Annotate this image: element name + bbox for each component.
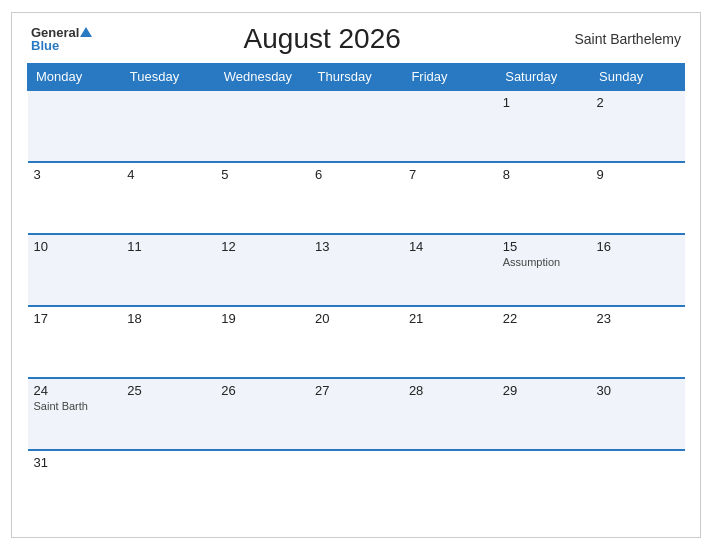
calendar-cell: 27 [309,378,403,450]
calendar-cell: 19 [215,306,309,378]
calendar-cell: 7 [403,162,497,234]
calendar-row: 3456789 [28,162,685,234]
day-number: 7 [409,167,491,182]
day-number: 23 [597,311,679,326]
calendar-cell: 8 [497,162,591,234]
calendar-cell: 12 [215,234,309,306]
calendar-cell [309,90,403,162]
calendar-cell [497,450,591,522]
day-number: 10 [34,239,116,254]
day-number: 31 [34,455,116,470]
day-number: 29 [503,383,585,398]
weekday-header: Friday [403,64,497,91]
day-number: 3 [34,167,116,182]
calendar-cell: 4 [121,162,215,234]
calendar-cell [215,90,309,162]
calendar-cell: 6 [309,162,403,234]
calendar-grid: MondayTuesdayWednesdayThursdayFridaySatu… [27,63,685,522]
calendar-region: Saint Barthelemy [551,31,681,47]
day-number: 15 [503,239,585,254]
day-number: 28 [409,383,491,398]
day-number: 12 [221,239,303,254]
day-number: 6 [315,167,397,182]
calendar-cell: 10 [28,234,122,306]
calendar-cell: 18 [121,306,215,378]
calendar-header: General Blue August 2026 Saint Barthelem… [27,23,685,55]
calendar-cell: 24Saint Barth [28,378,122,450]
day-number: 16 [597,239,679,254]
calendar-cell: 3 [28,162,122,234]
day-number: 27 [315,383,397,398]
calendar-weekdays: MondayTuesdayWednesdayThursdayFridaySatu… [28,64,685,91]
weekday-header: Tuesday [121,64,215,91]
calendar-cell: 11 [121,234,215,306]
calendar-cell: 29 [497,378,591,450]
day-event: Assumption [503,256,585,268]
calendar-cell: 28 [403,378,497,450]
calendar-row: 101112131415Assumption16 [28,234,685,306]
day-number: 19 [221,311,303,326]
calendar-cell: 30 [591,378,685,450]
weekday-header: Thursday [309,64,403,91]
logo-blue-text: Blue [31,39,93,52]
day-number: 9 [597,167,679,182]
calendar-cell: 9 [591,162,685,234]
calendar-cell: 22 [497,306,591,378]
day-event: Saint Barth [34,400,116,412]
calendar-cell: 2 [591,90,685,162]
day-number: 22 [503,311,585,326]
calendar-body: 123456789101112131415Assumption161718192… [28,90,685,522]
calendar-wrapper: General Blue August 2026 Saint Barthelem… [11,12,701,538]
calendar-cell [403,450,497,522]
day-number: 8 [503,167,585,182]
weekday-header: Saturday [497,64,591,91]
day-number: 25 [127,383,209,398]
calendar-cell: 21 [403,306,497,378]
day-number: 11 [127,239,209,254]
calendar-cell: 1 [497,90,591,162]
weekday-header: Wednesday [215,64,309,91]
day-number: 26 [221,383,303,398]
calendar-cell: 14 [403,234,497,306]
day-number: 24 [34,383,116,398]
day-number: 4 [127,167,209,182]
calendar-title: August 2026 [93,23,551,55]
logo-triangle-icon [80,27,92,37]
day-number: 20 [315,311,397,326]
calendar-row: 31 [28,450,685,522]
day-number: 1 [503,95,585,110]
day-number: 21 [409,311,491,326]
calendar-cell [28,90,122,162]
day-number: 18 [127,311,209,326]
calendar-cell: 16 [591,234,685,306]
calendar-cell [309,450,403,522]
calendar-cell [403,90,497,162]
calendar-cell [121,90,215,162]
calendar-cell [121,450,215,522]
calendar-cell: 13 [309,234,403,306]
day-number: 14 [409,239,491,254]
calendar-row: 17181920212223 [28,306,685,378]
calendar-cell: 5 [215,162,309,234]
day-number: 13 [315,239,397,254]
calendar-cell: 15Assumption [497,234,591,306]
calendar-cell: 26 [215,378,309,450]
day-number: 17 [34,311,116,326]
calendar-cell [215,450,309,522]
calendar-cell: 25 [121,378,215,450]
day-number: 2 [597,95,679,110]
weekday-header: Sunday [591,64,685,91]
calendar-row: 12 [28,90,685,162]
day-number: 30 [597,383,679,398]
calendar-cell: 17 [28,306,122,378]
calendar-cell: 20 [309,306,403,378]
weekday-header: Monday [28,64,122,91]
calendar-cell [591,450,685,522]
logo: General Blue [31,26,93,52]
calendar-cell: 31 [28,450,122,522]
calendar-cell: 23 [591,306,685,378]
day-number: 5 [221,167,303,182]
calendar-row: 24Saint Barth252627282930 [28,378,685,450]
